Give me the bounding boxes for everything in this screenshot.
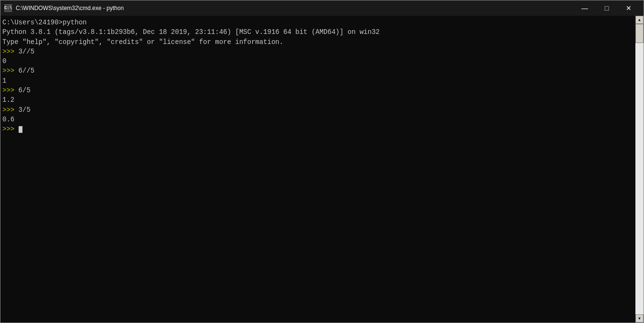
scrollbar-thumb[interactable] [635, 24, 644, 43]
prompt-10: >>> [2, 106, 19, 114]
cmd-window: C:\ C:\WINDOWS\system32\cmd.exe - python… [0, 0, 644, 323]
maximize-button[interactable]: □ [596, 0, 618, 16]
console-line-7: 1 [2, 76, 633, 86]
prompt-4: >>> [2, 48, 19, 55]
console-line-12: >>> [2, 124, 633, 134]
console-line-11: 0.6 [2, 115, 633, 124]
console-body: C:\Users\24190>python Python 3.8.1 (tags… [0, 16, 644, 323]
title-bar: C:\ C:\WINDOWS\system32\cmd.exe - python… [0, 0, 644, 16]
title-bar-controls: — □ ✕ [574, 0, 640, 16]
close-button[interactable]: ✕ [618, 0, 640, 16]
console-line-8: >>> 6/5 [2, 86, 633, 95]
prompt-8: >>> [2, 86, 19, 94]
console-line-9: 1.2 [2, 95, 633, 105]
console-line-4: >>> 3//5 [2, 47, 633, 56]
prompt-6: >>> [2, 67, 19, 75]
window-title: C:\WINDOWS\system32\cmd.exe - python [16, 5, 124, 11]
console-line-1: C:\Users\24190>python [2, 18, 633, 27]
cursor [19, 126, 22, 133]
console-line-5: 0 [2, 56, 633, 66]
console-content[interactable]: C:\Users\24190>python Python 3.8.1 (tags… [0, 16, 635, 323]
console-line-3: Type "help", "copyright", "credits" or "… [2, 37, 633, 47]
console-line-10: >>> 3/5 [2, 105, 633, 115]
cmd-icon: C:\ [4, 4, 12, 12]
console-line-2: Python 3.8.1 (tags/v3.8.1:1b293b6, Dec 1… [2, 27, 633, 37]
code-6: 6//5 [19, 67, 35, 75]
console-line-6: >>> 6//5 [2, 66, 633, 75]
minimize-button[interactable]: — [574, 0, 596, 16]
prompt-active: >>> [2, 125, 19, 133]
title-bar-left: C:\ C:\WINDOWS\system32\cmd.exe - python [4, 4, 124, 12]
code-8: 6/5 [19, 86, 31, 94]
scrollbar-down-arrow[interactable]: ▼ [635, 314, 644, 323]
scrollbar-up-arrow[interactable]: ▲ [635, 16, 644, 24]
code-10: 3/5 [19, 106, 31, 114]
code-4: 3//5 [19, 48, 35, 55]
scrollbar-track: ▲ ▼ [635, 16, 644, 323]
